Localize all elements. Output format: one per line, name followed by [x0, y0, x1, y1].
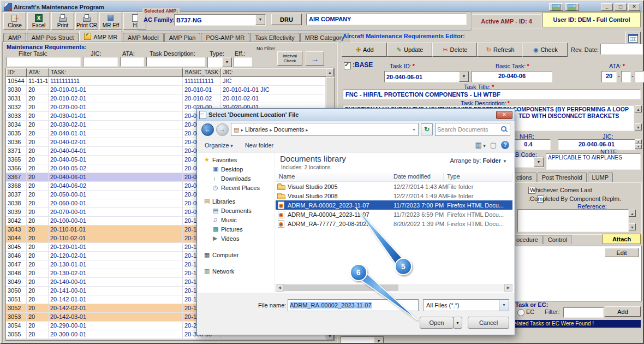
- editor-toolbar-button[interactable]: Add: [342, 43, 387, 57]
- toolbar-button[interactable]: Print CR: [75, 12, 98, 29]
- col-id[interactable]: ID:: [6, 68, 27, 77]
- editor-tab[interactable]: ctions: [512, 173, 536, 182]
- edit-button[interactable]: Edit: [605, 248, 639, 257]
- filter-task-input[interactable]: [7, 57, 81, 67]
- ata-field-3[interactable]: [635, 71, 644, 82]
- open-dropdown-icon[interactable]: ▼: [453, 317, 462, 329]
- desc-scroll-down-icon[interactable]: ▼: [635, 123, 642, 131]
- editor-tab[interactable]: LUMP: [588, 173, 613, 182]
- sidebar-item[interactable]: Documents: [199, 206, 273, 215]
- ec-radio[interactable]: [517, 309, 524, 316]
- spin-down-icon[interactable]: ▼: [635, 144, 642, 149]
- refresh-icon[interactable]: [421, 123, 433, 135]
- toolbar-button[interactable]: Print: [51, 12, 74, 29]
- mrb-code-select[interactable]: [511, 157, 544, 168]
- table-row[interactable]: 3030 20 20-010-01-01 20-010-01 20-010-01…: [6, 86, 326, 94]
- dialog-close-button[interactable]: ✕: [496, 111, 512, 119]
- maximize-button[interactable]: [615, 3, 627, 11]
- filter-type-select[interactable]: [207, 57, 232, 68]
- ref-scroll-up-icon[interactable]: ▲: [629, 210, 636, 217]
- editor-toolbar-button[interactable]: Update: [387, 43, 432, 57]
- table-row[interactable]: 3056 20 20-305-00-01 20-305-00 20-305-00…: [6, 339, 326, 340]
- chevron-down-icon[interactable]: [459, 72, 469, 82]
- filter-desc-input[interactable]: [146, 57, 205, 67]
- task-id-select[interactable]: 20-040-06-01: [384, 71, 469, 82]
- rev-date-input[interactable]: [600, 44, 643, 55]
- file-type-select[interactable]: All Files (*.*): [423, 299, 509, 311]
- open-button[interactable]: Open: [420, 317, 454, 329]
- chevron-down-icon[interactable]: [499, 300, 509, 311]
- col-jic[interactable]: JIC:: [221, 68, 334, 77]
- address-bar[interactable]: Libraries Documents: [231, 123, 419, 136]
- address-dropdown-icon[interactable]: [412, 128, 416, 132]
- company-field[interactable]: AIR COMPANY: [306, 14, 467, 25]
- forward-icon[interactable]: →: [216, 123, 229, 136]
- organize-button[interactable]: Organize: [202, 141, 235, 150]
- help-icon[interactable]: [501, 141, 509, 149]
- search-input[interactable]: [436, 123, 500, 135]
- chevron-down-icon[interactable]: [222, 57, 232, 67]
- sidebar-item[interactable]: Recent Places: [199, 183, 273, 192]
- task-title-field[interactable]: FNC - HIRF/L PROTECTION COMPONENTS - LH …: [343, 90, 641, 99]
- col-date-modified[interactable]: Date modified: [390, 173, 444, 181]
- ref-scroll-down-icon[interactable]: ▼: [629, 223, 636, 230]
- views-icon[interactable]: [475, 141, 485, 149]
- jic-field[interactable]: 20-040-06-01: [558, 139, 635, 150]
- breadcrumb-documents[interactable]: Documents: [274, 126, 305, 133]
- filter-eff-input[interactable]: [234, 57, 252, 67]
- file-row[interactable]: Visual Studio 2008 12/27/2014 1:49 AM Fi…: [276, 191, 512, 200]
- ec-filter-input[interactable]: [563, 307, 604, 318]
- arrange-by-control[interactable]: Arrange by: Folder ▼: [450, 157, 507, 164]
- col-name[interactable]: Name: [276, 173, 390, 181]
- sidebar-item[interactable]: Libraries: [199, 197, 273, 206]
- editor-tab[interactable]: Control: [544, 235, 571, 244]
- back-icon[interactable]: ←: [201, 123, 214, 136]
- col-ata[interactable]: ATA:: [27, 68, 49, 77]
- titlebar-tool-button-2[interactable]: [565, 3, 579, 11]
- toolbar-button[interactable]: Excel: [27, 12, 50, 29]
- filter-ata-input[interactable]: [120, 57, 144, 67]
- interval-check-button[interactable]: Interval Check: [277, 51, 302, 66]
- scrollbar-thumb[interactable]: [284, 284, 398, 291]
- preview-pane-icon[interactable]: [490, 141, 497, 149]
- file-row[interactable]: ADRM_RA-00002_2023-11-07 11/7/2023 7:00 …: [276, 200, 512, 210]
- toolbar-button[interactable]: Close: [3, 12, 26, 29]
- sidebar-item[interactable]: Network: [199, 266, 273, 276]
- search-box[interactable]: [435, 123, 510, 136]
- sidebar-item[interactable]: Music: [199, 215, 273, 224]
- editor-toolbar-button[interactable]: Refresh: [477, 43, 522, 57]
- file-row[interactable]: Visual Studio 2005 12/27/2014 1:43 AM Fi…: [276, 182, 512, 191]
- titlebar-tool-button-1[interactable]: [549, 3, 563, 11]
- note-field[interactable]: APPLICABLE TO AIRPLANES: [546, 153, 641, 170]
- editor-tab[interactable]: Post Threshold: [538, 173, 587, 182]
- sidebar-item[interactable]: Pictures: [199, 224, 273, 234]
- bottom-filter-select[interactable]: [341, 336, 384, 343]
- jic-spinner[interactable]: ▲ ▼: [635, 139, 642, 149]
- editor-tab[interactable]: ocedure: [512, 235, 542, 244]
- chevron-down-icon[interactable]: [374, 337, 384, 343]
- toolbar-button[interactable]: MR Eff: [99, 12, 122, 29]
- ata-field-2[interactable]: [621, 71, 631, 82]
- scroll-up-icon[interactable]: ▲: [326, 68, 334, 76]
- apply-filter-button[interactable]: [306, 51, 324, 66]
- file-list-scrollbar[interactable]: ◀ ▶: [276, 284, 512, 292]
- scrollbar-thumb[interactable]: [326, 77, 335, 110]
- sidebar-item[interactable]: Favorites: [199, 155, 273, 164]
- sidebar-item[interactable]: Computer: [199, 250, 273, 259]
- cancel-button[interactable]: Cancel: [468, 317, 509, 329]
- reference-textarea[interactable]: [517, 209, 629, 232]
- base-checkbox[interactable]: [344, 62, 351, 69]
- scroll-right-icon[interactable]: ▶: [504, 284, 512, 292]
- basic-task-field[interactable]: 20-040-06: [472, 71, 552, 82]
- ec-add-button[interactable]: Add: [605, 306, 641, 317]
- minimize-button[interactable]: [601, 3, 613, 11]
- col-type[interactable]: Type: [444, 173, 512, 181]
- editor-toolbar-button[interactable]: Check: [522, 43, 568, 57]
- chevron-down-icon[interactable]: [534, 157, 544, 167]
- sidebar-item[interactable]: Downloads: [199, 174, 273, 183]
- sidebar-item[interactable]: Desktop: [199, 164, 273, 174]
- attach-button[interactable]: Attach: [603, 234, 641, 244]
- close-window-button[interactable]: [628, 3, 640, 11]
- desc-scroll-up-icon[interactable]: ▲: [635, 105, 642, 112]
- scroll-left-icon[interactable]: ◀: [276, 284, 284, 292]
